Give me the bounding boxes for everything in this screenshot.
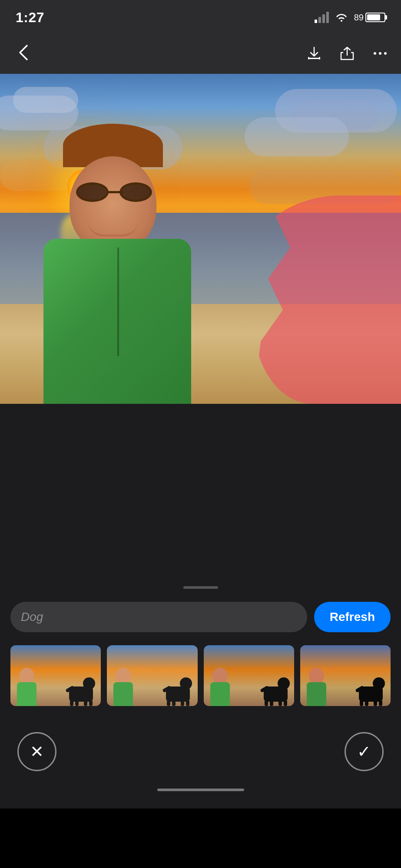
toolbar-actions [306, 46, 388, 63]
thumbnail-4[interactable] [300, 645, 391, 706]
svg-point-3 [374, 52, 376, 55]
thumbnail-3[interactable] [204, 645, 294, 706]
search-input[interactable]: Dog [21, 610, 43, 624]
confirm-icon: ✓ [357, 742, 371, 761]
status-bar: 1:27 89 [0, 0, 401, 35]
back-button[interactable] [13, 40, 34, 69]
thumbnail-strip [0, 645, 401, 706]
svg-rect-0 [308, 58, 320, 59]
person-figure [35, 143, 200, 404]
share-button[interactable] [339, 46, 355, 63]
refresh-button[interactable]: Refresh [314, 602, 391, 632]
confirm-button[interactable]: ✓ [345, 732, 384, 771]
wifi-icon [335, 13, 348, 22]
photo-viewer [0, 74, 401, 404]
home-indicator [157, 789, 244, 791]
cancel-button[interactable]: ✕ [17, 732, 56, 771]
action-buttons: ✕ ✓ [0, 723, 401, 780]
thumbnail-2[interactable] [107, 645, 197, 706]
dark-spacer [0, 404, 401, 578]
status-time: 1:27 [16, 10, 44, 26]
more-button[interactable] [372, 46, 388, 63]
status-icons: 89 [315, 12, 385, 23]
svg-point-4 [379, 52, 381, 55]
svg-point-5 [384, 52, 387, 55]
thumbnail-1[interactable] [10, 645, 101, 706]
download-button[interactable] [306, 46, 322, 63]
signal-bars-icon [315, 12, 329, 23]
bottom-panel: Dog Refresh [0, 586, 401, 809]
drag-handle [183, 586, 218, 589]
extra-background [0, 809, 401, 868]
svg-rect-2 [319, 57, 320, 59]
photo-background [0, 74, 401, 404]
toolbar [0, 35, 401, 74]
search-area: Dog Refresh [0, 602, 401, 632]
search-input-container[interactable]: Dog [10, 602, 307, 632]
refresh-button-label: Refresh [330, 610, 375, 624]
cancel-icon: ✕ [30, 742, 44, 761]
svg-rect-1 [308, 57, 309, 59]
battery-indicator: 89 [354, 13, 385, 23]
